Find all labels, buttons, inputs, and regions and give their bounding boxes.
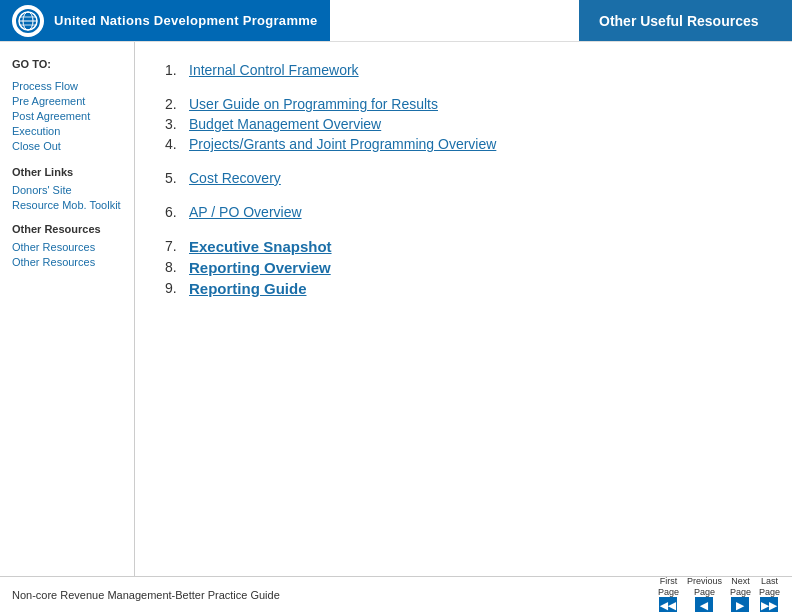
sidebar-link-other-resources-2[interactable]: Other Resources (12, 256, 126, 268)
list-item: 1. Internal Control Framework (165, 62, 772, 78)
other-resources-label: Other Resources (12, 223, 126, 235)
list-item: 7. Executive Snapshot (165, 238, 772, 255)
sidebar-other-resources: Other Resources Other Resources Other Re… (12, 223, 126, 268)
list-item: 2. User Guide on Programming for Results (165, 96, 772, 112)
previous-page-nav: PreviousPage ◀ (687, 576, 722, 612)
list-item: 8. Reporting Overview (165, 259, 772, 276)
un-logo-inner (14, 7, 42, 35)
sidebar: GO TO: Process Flow Pre Agreement Post A… (0, 42, 135, 576)
previous-page-icon: ◀ (700, 600, 708, 611)
first-page-label: FirstPage (658, 576, 679, 598)
list-item: 6. AP / PO Overview (165, 204, 772, 220)
sidebar-link-pre-agreement[interactable]: Pre Agreement (12, 95, 126, 107)
item-num-2: 2. (165, 96, 189, 112)
link-budget-management[interactable]: Budget Management Overview (189, 116, 381, 132)
header-title: Other Useful Resources (599, 13, 759, 29)
header-title-box: Other Useful Resources (579, 0, 792, 41)
item-num-9: 9. (165, 280, 189, 296)
un-logo-emblem (12, 5, 44, 37)
item-num-3: 3. (165, 116, 189, 132)
goto-label: GO TO: (12, 58, 126, 70)
link-reporting-guide[interactable]: Reporting Guide (189, 280, 307, 297)
last-page-button[interactable]: ▶▶ (760, 597, 778, 612)
previous-page-button[interactable]: ◀ (695, 597, 713, 612)
next-page-nav: NextPage ▶ (730, 576, 751, 612)
sidebar-link-other-resources-1[interactable]: Other Resources (12, 241, 126, 253)
last-page-label: LastPage (759, 576, 780, 598)
next-page-label: NextPage (730, 576, 751, 598)
other-links-nav: Donors' Site Resource Mob. Toolkit (12, 184, 126, 211)
item-num-5: 5. (165, 170, 189, 186)
next-page-icon: ▶ (736, 600, 744, 611)
sidebar-link-execution[interactable]: Execution (12, 125, 126, 137)
header: United Nations Development Programme Oth… (0, 0, 792, 42)
last-page-nav: LastPage ▶▶ (759, 576, 780, 612)
link-cost-recovery[interactable]: Cost Recovery (189, 170, 281, 186)
list-item: 3. Budget Management Overview (165, 116, 772, 132)
last-page-icon: ▶▶ (761, 600, 777, 611)
first-page-button[interactable]: ◀◀ (659, 597, 677, 612)
link-user-guide-programming[interactable]: User Guide on Programming for Results (189, 96, 438, 112)
link-reporting-overview[interactable]: Reporting Overview (189, 259, 331, 276)
sidebar-link-post-agreement[interactable]: Post Agreement (12, 110, 126, 122)
link-projects-grants[interactable]: Projects/Grants and Joint Programming Ov… (189, 136, 496, 152)
sidebar-link-donors-site[interactable]: Donors' Site (12, 184, 126, 196)
list-item: 4. Projects/Grants and Joint Programming… (165, 136, 772, 152)
footer-navigation: FirstPage ◀◀ PreviousPage ◀ NextPage ▶ L… (658, 576, 780, 612)
first-page-icon: ◀◀ (660, 600, 676, 611)
item-num-6: 6. (165, 204, 189, 220)
sidebar-nav: Process Flow Pre Agreement Post Agreemen… (12, 80, 126, 152)
list-item: 9. Reporting Guide (165, 280, 772, 297)
item-num-1: 1. (165, 62, 189, 78)
link-internal-control-framework[interactable]: Internal Control Framework (189, 62, 359, 78)
footer: Non-core Revenue Management-Better Pract… (0, 576, 792, 612)
resource-list: 1. Internal Control Framework 2. User Gu… (165, 62, 772, 297)
header-logo: United Nations Development Programme (0, 0, 330, 41)
list-item: 5. Cost Recovery (165, 170, 772, 186)
item-num-8: 8. (165, 259, 189, 275)
item-num-4: 4. (165, 136, 189, 152)
footer-text: Non-core Revenue Management-Better Pract… (12, 589, 280, 601)
sidebar-link-process-flow[interactable]: Process Flow (12, 80, 126, 92)
next-page-button[interactable]: ▶ (731, 597, 749, 612)
item-num-7: 7. (165, 238, 189, 254)
previous-page-label: PreviousPage (687, 576, 722, 598)
sidebar-link-close-out[interactable]: Close Out (12, 140, 126, 152)
other-links-label: Other Links (12, 166, 126, 178)
link-executive-snapshot[interactable]: Executive Snapshot (189, 238, 332, 255)
header-spacer (330, 0, 579, 41)
link-ap-po-overview[interactable]: AP / PO Overview (189, 204, 302, 220)
logo-text: United Nations Development Programme (54, 13, 318, 28)
sidebar-link-resource-mob-toolkit[interactable]: Resource Mob. Toolkit (12, 199, 126, 211)
main-layout: GO TO: Process Flow Pre Agreement Post A… (0, 42, 792, 576)
content-area: 1. Internal Control Framework 2. User Gu… (135, 42, 792, 576)
first-page-nav: FirstPage ◀◀ (658, 576, 679, 612)
